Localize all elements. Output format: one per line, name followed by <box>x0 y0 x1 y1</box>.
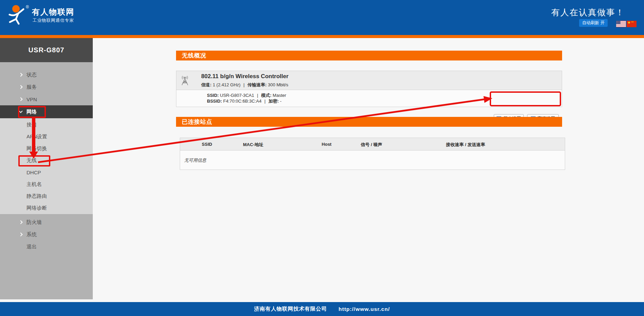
sidebar-menu-bottom: 防火墙系统退出 <box>0 214 93 253</box>
ssid-line: SSID: USR-G807-3CA1 | 模式: Master <box>207 92 286 98</box>
antenna-icon <box>180 75 190 86</box>
brand-title: 有人物联网 <box>32 7 74 17</box>
footer-bar: 济南有人物联网技术有限公司 http://www.usr.cn/ <box>0 302 644 316</box>
chevron-right-icon <box>19 232 22 236</box>
footer-company: 济南有人物联网技术有限公司 <box>254 305 327 313</box>
sidebar-item-label: 网络切换 <box>27 145 47 152</box>
sidebar-item-system[interactable]: 系统 <box>0 228 93 241</box>
section-header-wireless-overview: 无线概况 <box>176 51 562 60</box>
us-flag-language-icon[interactable] <box>616 21 626 27</box>
sidebar-item-label: 网络诊断 <box>27 205 47 211</box>
separator: | <box>243 82 244 87</box>
header-slogan: 有人在认真做事！ <box>551 7 625 18</box>
sidebar: USR-G807 状态服务VPN 网络 接口APN设置网络切换无线DHCP主机名… <box>0 38 93 299</box>
sidebar-item-services[interactable]: 服务 <box>0 81 93 93</box>
rate-value: 300 Mbit/s <box>268 82 288 87</box>
sidebar-item-label: 状态 <box>27 72 37 78</box>
registered-trademark-icon: ® <box>26 5 29 10</box>
sidebar-item-label: 服务 <box>27 84 37 90</box>
brand-subtitle: 工业物联网通信专家 <box>33 18 74 23</box>
sidebar-item-network-diagnostics[interactable]: 网络诊断 <box>0 202 93 214</box>
ssid-value: USR-G807-3CA1 <box>220 93 254 98</box>
sidebar-item-label: 无线 <box>27 157 37 164</box>
column-header: MAC-地址 <box>243 142 263 148</box>
sidebar-submenu: 接口APN设置网络切换无线DHCP主机名静态路由网络诊断 <box>0 118 93 214</box>
channel-label: 信道: <box>201 82 211 87</box>
sidebar-item-dhcp[interactable]: DHCP <box>0 166 93 178</box>
sidebar-item-label: APN设置 <box>27 134 47 140</box>
sidebar-item-wireless[interactable]: 无线 <box>0 155 93 166</box>
sidebar-item-label: DHCP <box>27 170 41 175</box>
wireless-overview-panel: 802.11 b/g/n Wireless Controller 信道: 1 (… <box>176 71 562 107</box>
wireless-ssid-row: SSID: USR-G807-3CA1 | 模式: Master BSSID: … <box>176 90 562 107</box>
chevron-right-icon <box>19 73 22 76</box>
encryption-label: 加密: <box>268 99 279 104</box>
separator: | <box>264 99 265 104</box>
ssid-label: SSID: <box>207 93 219 98</box>
sidebar-item-status[interactable]: 状态 <box>0 69 93 81</box>
bssid-line: BSSID: F4:70:0C:6B:3C:A4 | 加密: - <box>207 98 286 104</box>
device-title: USR-G807 <box>0 38 93 62</box>
chevron-right-icon <box>19 97 22 101</box>
sidebar-item-label: 网络 <box>27 109 37 115</box>
sidebar-item-label: 接口 <box>27 122 37 128</box>
sidebar-item-label: VPN <box>27 96 37 102</box>
column-header: 信号 / 噪声 <box>361 142 382 148</box>
sidebar-item-firewall[interactable]: 防火墙 <box>0 216 93 228</box>
sidebar-item-hostname[interactable]: 主机名 <box>0 178 93 190</box>
encryption-value: - <box>280 99 281 104</box>
wireless-channel-rate-line: 信道: 1 (2.412 GHz) | 传输速率: 300 Mbit/s <box>201 82 288 88</box>
sidebar-item-network-switch[interactable]: 网络切换 <box>0 143 93 155</box>
sidebar-item-logout[interactable]: 退出 <box>0 241 93 253</box>
chevron-down-icon <box>19 109 22 113</box>
column-header: SSID <box>202 142 212 147</box>
sidebar-item-network[interactable]: 网络 <box>0 105 93 118</box>
sidebar-item-apn-settings[interactable]: APN设置 <box>0 131 93 143</box>
mode-label: 模式: <box>261 93 271 98</box>
connected-stations-table: SSIDMAC-地址Host信号 / 噪声接收速率 / 发送速率 无可用信息 <box>180 138 565 170</box>
wireless-controller-title: 802.11 b/g/n Wireless Controller <box>201 73 289 80</box>
column-header: 接收速率 / 发送速率 <box>446 142 485 148</box>
bssid-value: F4:70:0C:6B:3C:A4 <box>223 99 262 104</box>
chevron-right-icon <box>19 220 22 224</box>
rate-label: 传输速率: <box>247 82 266 87</box>
channel-value: 1 (2.412 GHz) <box>213 82 241 87</box>
sidebar-menu-top: 状态服务VPN <box>0 62 93 105</box>
top-header-bar: ® 有人物联网 工业物联网通信专家 有人在认真做事！ 自动刷新 开 ★ ★★ <box>0 0 644 35</box>
auto-refresh-toggle[interactable]: 自动刷新 开 <box>579 19 608 27</box>
sidebar-item-label: 系统 <box>27 231 37 238</box>
column-header: Host <box>322 142 332 147</box>
sidebar-item-interfaces[interactable]: 接口 <box>0 119 93 131</box>
stations-table-header: SSIDMAC-地址Host信号 / 噪声接收速率 / 发送速率 <box>180 138 565 151</box>
small-stars-icon: ★★ <box>631 21 633 23</box>
sidebar-item-label: 退出 <box>27 244 37 250</box>
sidebar-item-label: 主机名 <box>27 181 42 188</box>
footer-url-link[interactable]: http://www.usr.cn/ <box>338 306 390 312</box>
sidebar-item-label: 静态路由 <box>27 193 47 199</box>
section-header-connected-stations: 已连接站点 <box>176 117 562 127</box>
cn-flag-language-icon[interactable]: ★ ★★ <box>627 21 637 27</box>
running-person-logo-icon <box>5 4 26 26</box>
sidebar-item-static-routes[interactable]: 静态路由 <box>0 190 93 202</box>
chevron-right-icon <box>19 85 22 89</box>
star-icon: ★ <box>627 21 631 25</box>
sidebar-item-vpn[interactable]: VPN <box>0 93 93 105</box>
separator: | <box>257 93 258 98</box>
header-accent-stripe <box>0 35 644 38</box>
sidebar-item-label: 防火墙 <box>27 219 42 226</box>
bssid-label: BSSID: <box>207 99 222 104</box>
mode-value: Master <box>273 93 286 98</box>
stations-table-empty-row: 无可用信息 <box>180 151 565 170</box>
brand-logo: ® <box>5 4 33 31</box>
wireless-controller-header-row: 802.11 b/g/n Wireless Controller 信道: 1 (… <box>176 71 562 90</box>
